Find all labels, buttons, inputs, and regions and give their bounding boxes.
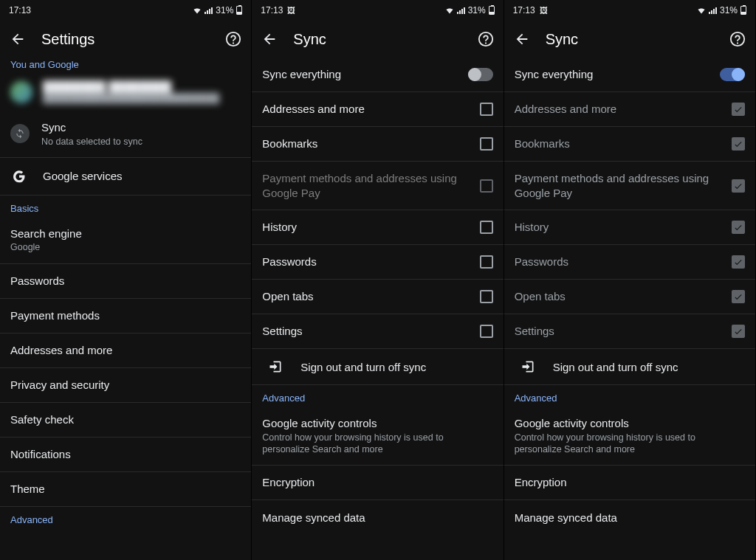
bookmarks-label: Bookmarks [515, 136, 724, 151]
manage-synced-label: Manage synced data [515, 511, 745, 525]
google-services-label: Google services [43, 169, 241, 184]
row-search-engine[interactable]: Search engine Google [0, 217, 251, 264]
history-checkbox[interactable] [732, 221, 745, 234]
back-icon[interactable] [513, 30, 531, 48]
row-privacy[interactable]: Privacy and security [0, 368, 251, 403]
bookmarks-checkbox[interactable] [480, 137, 493, 151]
battery-icon [489, 6, 495, 15]
row-settings[interactable]: Settings [252, 314, 503, 349]
sync-subtitle: No data selected to sync [41, 136, 241, 148]
section-you-and-google: You and Google [0, 58, 251, 73]
addresses-checkbox[interactable] [480, 103, 493, 116]
back-icon[interactable] [261, 30, 278, 48]
row-google-activity[interactable]: Google activity controls Control how you… [252, 407, 503, 466]
passwords-checkbox[interactable] [732, 255, 745, 269]
row-open-tabs[interactable]: Open tabs [504, 280, 755, 314]
row-sign-out[interactable]: Sign out and turn off sync [252, 349, 503, 385]
open-tabs-label: Open tabs [262, 289, 472, 304]
row-sign-out[interactable]: Sign out and turn off sync [504, 349, 755, 385]
row-theme[interactable]: Theme [0, 472, 251, 507]
row-addresses[interactable]: Addresses and more [0, 333, 251, 368]
history-checkbox[interactable] [480, 221, 493, 234]
back-icon[interactable] [9, 30, 27, 48]
history-label: History [515, 220, 724, 235]
row-passwords[interactable]: Passwords [0, 264, 251, 299]
sign-out-label: Sign out and turn off sync [300, 361, 426, 373]
open-tabs-checkbox[interactable] [732, 290, 745, 303]
row-history[interactable]: History [252, 210, 503, 245]
wifi-icon [193, 6, 202, 15]
passwords-checkbox[interactable] [480, 255, 493, 269]
settings-checkbox[interactable] [732, 325, 745, 338]
help-icon[interactable] [224, 30, 242, 48]
settings-checkbox[interactable] [480, 325, 493, 338]
account-row[interactable]: ████████ ████████ ██████████████████████… [0, 73, 251, 111]
battery-pct: 31% [720, 5, 738, 15]
row-safety-check[interactable]: Safety check [0, 403, 251, 438]
battery-pct: 31% [468, 5, 486, 15]
row-history[interactable]: History [504, 210, 755, 245]
row-addresses[interactable]: Addresses and more [252, 92, 503, 127]
sync-everything-toggle[interactable] [720, 68, 745, 81]
app-bar: Sync [504, 21, 755, 58]
battery-icon [740, 6, 746, 15]
account-email: ███████████████████████████ [43, 93, 219, 103]
row-sync-everything[interactable]: Sync everything [252, 58, 503, 92]
search-engine-value: Google [10, 241, 241, 253]
row-passwords[interactable]: Passwords [252, 245, 503, 280]
battery-icon [236, 6, 242, 15]
open-tabs-label: Open tabs [515, 289, 724, 304]
row-payment-gpay[interactable]: Payment methods and addresses using Goog… [252, 162, 503, 210]
notif-icon: 🖼 [287, 6, 295, 15]
signal-icon [457, 7, 465, 14]
open-tabs-checkbox[interactable] [480, 290, 493, 303]
help-icon[interactable] [729, 30, 746, 48]
row-passwords[interactable]: Passwords [504, 245, 755, 280]
sign-out-label: Sign out and turn off sync [553, 361, 678, 373]
help-icon[interactable] [477, 30, 495, 48]
addresses-label: Addresses and more [515, 102, 724, 117]
account-name: ████████ ████████ [43, 80, 219, 93]
row-payment-gpay[interactable]: Payment methods and addresses using Goog… [504, 162, 755, 210]
payment-gpay-label: Payment methods and addresses using Goog… [515, 171, 724, 200]
row-sync-everything[interactable]: Sync everything [504, 58, 755, 92]
addresses-label: Addresses and more [262, 102, 472, 117]
sync-everything-label: Sync everything [515, 67, 712, 82]
avatar [10, 81, 32, 103]
google-activity-sub: Control how your browsing history is use… [515, 432, 745, 456]
section-advanced: Advanced [252, 385, 503, 407]
app-bar: Settings [0, 21, 251, 58]
wifi-icon [697, 6, 706, 15]
row-open-tabs[interactable]: Open tabs [252, 280, 503, 314]
row-manage-synced[interactable]: Manage synced data [504, 500, 755, 535]
row-sync[interactable]: Sync No data selected to sync [0, 111, 251, 158]
row-bookmarks[interactable]: Bookmarks [252, 127, 503, 162]
row-google-services[interactable]: Google services [0, 158, 251, 196]
row-bookmarks[interactable]: Bookmarks [504, 127, 755, 162]
signal-icon [709, 7, 717, 14]
row-encryption[interactable]: Encryption [252, 466, 503, 500]
row-encryption[interactable]: Encryption [504, 466, 755, 500]
status-bar: 17:13 🖼 31% [504, 0, 755, 21]
theme-label: Theme [10, 482, 241, 497]
row-addresses[interactable]: Addresses and more [504, 92, 755, 127]
panel-sync-on: 17:13 🖼 31% Sync Sync everything Address… [504, 0, 756, 560]
sync-icon [10, 124, 30, 143]
sign-out-icon [268, 359, 283, 374]
google-activity-sub: Control how your browsing history is use… [262, 432, 492, 456]
status-bar: 17:13 🖼 31% [252, 0, 503, 21]
sync-everything-toggle[interactable] [468, 68, 493, 81]
row-google-activity[interactable]: Google activity controls Control how you… [504, 407, 755, 466]
payment-gpay-checkbox[interactable] [732, 179, 745, 193]
panel-sync-off: 17:13 🖼 31% Sync Sync everything Address… [252, 0, 504, 560]
bookmarks-checkbox[interactable] [732, 137, 745, 151]
row-settings[interactable]: Settings [504, 314, 755, 349]
section-advanced: Advanced [0, 507, 251, 528]
row-manage-synced[interactable]: Manage synced data [252, 500, 503, 535]
row-payment-methods[interactable]: Payment methods [0, 299, 251, 333]
addresses-checkbox[interactable] [732, 103, 745, 116]
addresses-label: Addresses and more [10, 343, 241, 358]
status-time: 17:13 [513, 5, 535, 15]
row-notifications[interactable]: Notifications [0, 438, 251, 472]
payment-gpay-checkbox[interactable] [480, 179, 493, 193]
